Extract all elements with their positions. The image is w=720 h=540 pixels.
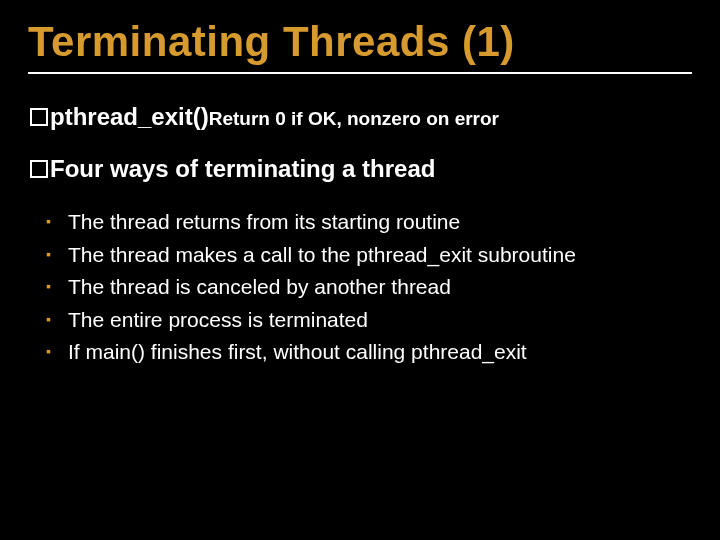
checkbox-icon — [30, 160, 48, 178]
checkbox-icon — [30, 108, 48, 126]
list-item: The thread makes a call to the pthread_e… — [68, 239, 692, 272]
line-four-ways: Four ways of terminating a thread — [30, 154, 690, 184]
list-item: The thread returns from its starting rou… — [68, 206, 692, 239]
slide: Terminating Threads (1) pthread_exit()Re… — [0, 0, 720, 540]
function-name: pthread_exit() — [50, 103, 209, 130]
list-item: If main() finishes first, without callin… — [68, 336, 692, 369]
line-pthread-exit: pthread_exit()Return 0 if OK, nonzero on… — [30, 102, 690, 132]
subheading-text: Four ways of terminating a thread — [50, 155, 435, 182]
list-item: The entire process is terminated — [68, 304, 692, 337]
return-spec: Return 0 if OK, nonzero on error — [209, 108, 499, 129]
list-item: The thread is canceled by another thread — [68, 271, 692, 304]
bullet-list: The thread returns from its starting rou… — [28, 206, 692, 369]
slide-title: Terminating Threads (1) — [28, 18, 692, 66]
title-rule — [28, 72, 692, 74]
